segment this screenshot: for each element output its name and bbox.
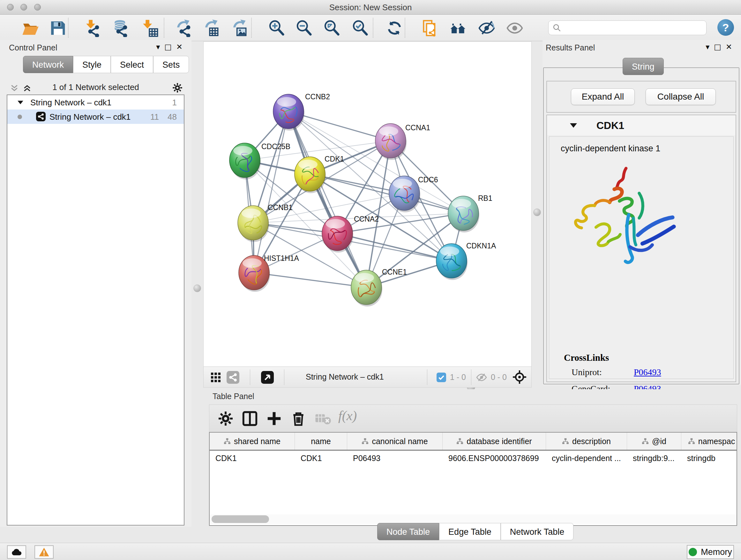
search-box[interactable] [548, 20, 706, 35]
selected-checkbox-icon[interactable] [436, 373, 446, 382]
save-session-button[interactable] [49, 19, 66, 37]
help-button[interactable]: ? [718, 19, 734, 36]
node-CCNB2[interactable]: CCNB2 [273, 92, 330, 131]
tab-node-table[interactable]: Node Table [377, 523, 439, 540]
delete-column-icon[interactable] [290, 410, 307, 427]
zoom-fit-button[interactable] [323, 19, 340, 37]
zoom-in-button[interactable] [267, 19, 285, 37]
table-header-row: shared namename canonical name database … [210, 433, 737, 450]
refresh-layout-button[interactable] [386, 19, 403, 37]
chevron-down-icon[interactable] [569, 122, 578, 129]
cell[interactable]: 9606.ENSP00000378699 [443, 450, 546, 466]
node-label-CDC6: CDC6 [418, 176, 438, 184]
memory-button[interactable]: Memory [687, 545, 734, 559]
panel-float-icon[interactable]: □ [714, 43, 726, 51]
open-file-button[interactable] [21, 19, 39, 37]
tab-edge-table[interactable]: Edge Table [439, 523, 501, 540]
add-column-icon[interactable] [266, 410, 283, 427]
column-header-name[interactable]: name [295, 433, 347, 450]
table-hscrollbar-thumb[interactable] [212, 515, 269, 523]
network-infobar: String Network – cdk1 1 - 0 0 - 0 [204, 367, 531, 387]
table-row[interactable]: CDK1CDK1P064939606.ENSP00000378699cyclin… [210, 450, 737, 466]
cell[interactable]: stringdb:9... [627, 450, 681, 466]
tab-network-table[interactable]: Network Table [501, 523, 574, 540]
edge-CCNA2-CDKN1A[interactable] [337, 233, 452, 261]
tree-row-network[interactable]: String Network – cdk1 11 48 [7, 110, 184, 124]
edge-CCNB2-CCNE1[interactable] [288, 111, 366, 287]
column-header-namespac[interactable]: namespac [681, 433, 737, 450]
import-table-button[interactable] [140, 19, 158, 37]
right-splitter-grip[interactable] [533, 208, 541, 216]
network-canvas[interactable]: CCNB2 CCNA1 CDC25B CDK1 CDC6 RB1 CCNB1 [204, 42, 531, 367]
cell[interactable]: cyclin-dependent ... [546, 450, 627, 466]
column-header-description[interactable]: description [546, 433, 627, 450]
zoom-out-button[interactable] [295, 19, 313, 37]
node-CDK1[interactable]: CDK1 [294, 155, 344, 193]
tree-row-collection[interactable]: String Network – cdk1 1 [7, 95, 184, 110]
cloud-status-button[interactable] [7, 545, 26, 559]
crosslink-row: Uniprot: P06493 [571, 367, 602, 377]
disclosure-triangle-icon[interactable] [17, 100, 24, 105]
panel-close-icon[interactable]: ✕ [726, 43, 737, 51]
cell[interactable]: P06493 [347, 450, 443, 466]
cell[interactable]: stringdb [681, 450, 737, 466]
export-network-button[interactable] [175, 19, 193, 37]
import-table-icon [140, 19, 158, 37]
cell[interactable]: CDK1 [210, 450, 295, 466]
birdseye-view-icon[interactable] [261, 371, 274, 384]
edge-HIST1H1A-CCNE1[interactable] [254, 273, 366, 287]
traffic-lights [7, 4, 41, 12]
duplicate-network-button[interactable] [421, 19, 439, 37]
tab-style[interactable]: Style [73, 56, 111, 73]
fit-selected-crosshair-icon[interactable] [512, 369, 527, 385]
edge-CCNB2-HIST1H1A[interactable] [254, 111, 288, 273]
node-CDKN1A[interactable]: CDKN1A [436, 242, 496, 280]
grid-view-icon[interactable] [210, 372, 221, 383]
collapse-all-button[interactable]: Collapse All [646, 88, 716, 105]
panel-close-icon[interactable]: ✕ [176, 43, 187, 51]
warnings-button[interactable] [35, 545, 54, 559]
node-CCNE1[interactable]: CCNE1 [351, 268, 407, 307]
panel-float-icon[interactable]: □ [164, 43, 176, 51]
panel-collapse-icon[interactable]: ▾ [156, 43, 164, 51]
table-hscrollbar[interactable] [210, 514, 737, 524]
tab-select[interactable]: Select [111, 56, 153, 73]
network-share-view-icon[interactable] [226, 371, 239, 384]
zoom-window-icon[interactable] [34, 4, 41, 10]
hide-selected-button[interactable] [478, 19, 495, 37]
zoom-selected-button[interactable] [351, 19, 369, 37]
column-header-databaseidentifier[interactable]: database identifier [443, 433, 546, 450]
tab-network[interactable]: Network [23, 56, 73, 73]
column-header-canonicalname[interactable]: canonical name [347, 433, 443, 450]
node-HIST1H1A[interactable]: HIST1H1A [239, 254, 299, 292]
gear-icon[interactable] [172, 82, 183, 94]
cell[interactable]: CDK1 [295, 450, 347, 466]
export-table-button[interactable] [203, 19, 221, 37]
import-database-button[interactable] [112, 19, 130, 37]
first-neighbors-button[interactable] [449, 19, 467, 37]
tab-string[interactable]: String [623, 58, 664, 75]
column-header-id[interactable]: @id [627, 433, 681, 450]
node-CCNA2[interactable]: CCNA2 [322, 215, 379, 253]
import-network-button[interactable] [84, 19, 102, 37]
node-CCNA1[interactable]: CCNA1 [375, 124, 430, 160]
node-CCNB1[interactable]: CCNB1 [238, 203, 293, 242]
search-input[interactable] [561, 23, 695, 32]
show-columns-icon[interactable] [241, 410, 259, 427]
left-splitter-grip[interactable] [193, 285, 201, 292]
crosslink-link[interactable]: P06493 [634, 367, 661, 377]
tab-sets[interactable]: Sets [153, 56, 189, 73]
node-table[interactable]: shared namename canonical name database … [209, 432, 737, 526]
node-RB1[interactable]: RB1 [448, 194, 492, 233]
node-entry-header[interactable]: CDK1 [547, 115, 736, 135]
export-image-button[interactable] [231, 19, 249, 37]
show-all-button[interactable] [506, 19, 524, 37]
expand-all-button[interactable]: Expand All [571, 88, 635, 105]
minimize-window-icon[interactable] [20, 4, 27, 10]
node-CDC25B[interactable]: CDC25B [229, 142, 290, 179]
column-header-sharedname[interactable]: shared name [210, 433, 295, 450]
close-window-icon[interactable] [7, 4, 14, 10]
gear-icon[interactable] [217, 410, 234, 427]
panel-collapse-icon[interactable]: ▾ [705, 43, 714, 51]
column-type-icon [456, 438, 463, 444]
